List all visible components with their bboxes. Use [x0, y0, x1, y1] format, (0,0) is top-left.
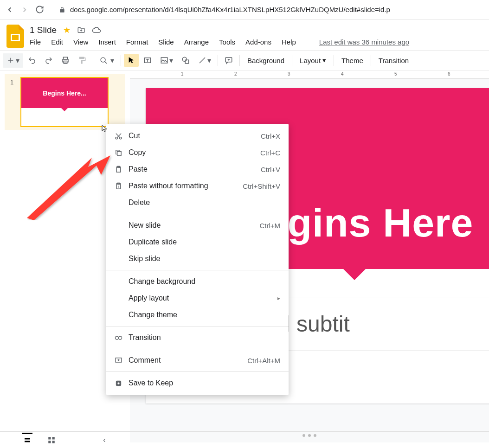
- menu-help[interactable]: Help: [282, 38, 296, 46]
- svg-rect-26: [48, 437, 51, 439]
- zoom-button[interactable]: ▾: [96, 53, 118, 68]
- cm-transition[interactable]: Transition: [106, 329, 289, 346]
- browser-chrome: docs.google.com/presentation/d/14lsqUi0h…: [0, 0, 489, 19]
- undo-button[interactable]: [24, 53, 40, 67]
- cm-copy[interactable]: CopyCtrl+C: [106, 144, 289, 161]
- address-bar[interactable]: docs.google.com/presentation/d/14lsqUi0h…: [51, 6, 483, 13]
- cm-paste-no-format[interactable]: Paste without formattingCtrl+Shift+V: [106, 178, 289, 194]
- thumb-number: 1: [10, 79, 13, 86]
- paint-format-button[interactable]: [74, 53, 90, 67]
- menu-view[interactable]: View: [73, 38, 88, 46]
- menu-slide[interactable]: Slide: [158, 38, 174, 46]
- cm-skip-slide[interactable]: Skip slide: [106, 250, 289, 267]
- cm-save-to-keep[interactable]: Save to Keep: [106, 375, 289, 391]
- svg-point-12: [120, 137, 122, 139]
- svg-rect-28: [48, 441, 51, 443]
- menu-format[interactable]: Format: [126, 38, 148, 46]
- svg-rect-27: [52, 437, 55, 439]
- shape-button[interactable]: [178, 53, 193, 67]
- svg-rect-25: [25, 441, 30, 442]
- cm-change-theme[interactable]: Change theme: [106, 307, 289, 323]
- comment-button[interactable]: [221, 53, 237, 67]
- keep-icon: [115, 379, 129, 387]
- star-icon[interactable]: ★: [63, 25, 71, 35]
- menu-tools[interactable]: Tools: [219, 38, 235, 46]
- svg-point-22: [117, 382, 119, 384]
- transition-icon: [115, 334, 129, 342]
- cm-duplicate-slide[interactable]: Duplicate slide: [106, 234, 289, 250]
- paste-plain-icon: [115, 182, 129, 190]
- menu-edit[interactable]: Edit: [51, 38, 63, 46]
- comment-icon: [115, 357, 129, 365]
- image-button[interactable]: ▾: [156, 53, 177, 68]
- svg-point-19: [119, 336, 122, 339]
- svg-rect-13: [117, 151, 121, 155]
- background-button[interactable]: Background: [243, 57, 289, 64]
- cm-delete[interactable]: Delete: [106, 194, 289, 211]
- horizontal-ruler: 1 2 3 4 5 6: [130, 70, 489, 79]
- svg-rect-1: [12, 35, 19, 40]
- paste-icon: [115, 166, 129, 173]
- menu-insert[interactable]: Insert: [98, 38, 116, 46]
- toolbar: ▾ ▾ ▾ ▾ Background Layout ▾ Theme Transi…: [0, 50, 489, 70]
- slide-thumbnail[interactable]: Begins Here...: [20, 77, 109, 127]
- menu-bar: File Edit View Insert Format Slide Arran…: [30, 35, 484, 46]
- menu-arrange[interactable]: Arrange: [184, 38, 209, 46]
- line-button[interactable]: ▾: [194, 53, 215, 68]
- svg-point-8: [182, 57, 187, 61]
- forward-icon[interactable]: [20, 6, 29, 14]
- cm-new-slide[interactable]: New slideCtrl+M: [106, 217, 289, 234]
- grid-tab[interactable]: [46, 435, 57, 445]
- bottom-view-tabs: ‹: [0, 431, 489, 448]
- textbox-button[interactable]: [140, 53, 155, 67]
- svg-rect-29: [52, 441, 55, 443]
- document-title[interactable]: 1 Slide: [30, 25, 57, 35]
- menu-addons[interactable]: Add-ons: [245, 38, 271, 46]
- cm-cut[interactable]: CutCtrl+X: [106, 128, 289, 144]
- filmstrip-tab[interactable]: [22, 433, 32, 443]
- svg-point-5: [101, 58, 105, 62]
- cut-icon: [115, 132, 129, 140]
- svg-point-18: [115, 336, 118, 339]
- svg-point-11: [116, 137, 117, 139]
- mouse-cursor-icon: [101, 124, 109, 133]
- back-icon[interactable]: [6, 6, 14, 14]
- copy-icon: [115, 149, 129, 157]
- transition-button[interactable]: Transition: [374, 57, 413, 64]
- redo-button[interactable]: [41, 53, 57, 67]
- layout-button[interactable]: Layout ▾: [295, 56, 331, 64]
- cm-change-background[interactable]: Change background: [106, 273, 289, 290]
- thumb-title: Begins Here...: [21, 78, 108, 108]
- context-menu: CutCtrl+X CopyCtrl+C PasteCtrl+V Paste w…: [106, 124, 289, 395]
- reload-icon[interactable]: [35, 5, 44, 14]
- document-header: 1 Slide ★ File Edit View Insert Format S…: [0, 19, 489, 50]
- cm-comment[interactable]: CommentCtrl+Alt+M: [106, 352, 289, 369]
- svg-rect-9: [185, 60, 189, 64]
- print-button[interactable]: [58, 53, 73, 67]
- last-edit-link[interactable]: Last edit was 36 minutes ago: [319, 38, 409, 46]
- cm-apply-layout[interactable]: Apply layout: [106, 290, 289, 307]
- select-tool-button[interactable]: [124, 54, 139, 67]
- theme-button[interactable]: Theme: [337, 57, 368, 64]
- slides-logo-icon[interactable]: [6, 23, 25, 49]
- lock-icon: [59, 6, 65, 13]
- url-text: docs.google.com/presentation/d/14lsqUi0h…: [70, 6, 390, 13]
- new-slide-button[interactable]: ▾: [3, 53, 23, 68]
- cloud-icon[interactable]: [92, 26, 101, 35]
- menu-file[interactable]: File: [30, 38, 41, 46]
- browser-nav: [6, 5, 44, 14]
- collapse-panel-icon[interactable]: ‹: [99, 435, 109, 445]
- svg-rect-24: [25, 438, 30, 439]
- cm-paste[interactable]: PasteCtrl+V: [106, 161, 289, 178]
- move-icon[interactable]: [77, 26, 85, 35]
